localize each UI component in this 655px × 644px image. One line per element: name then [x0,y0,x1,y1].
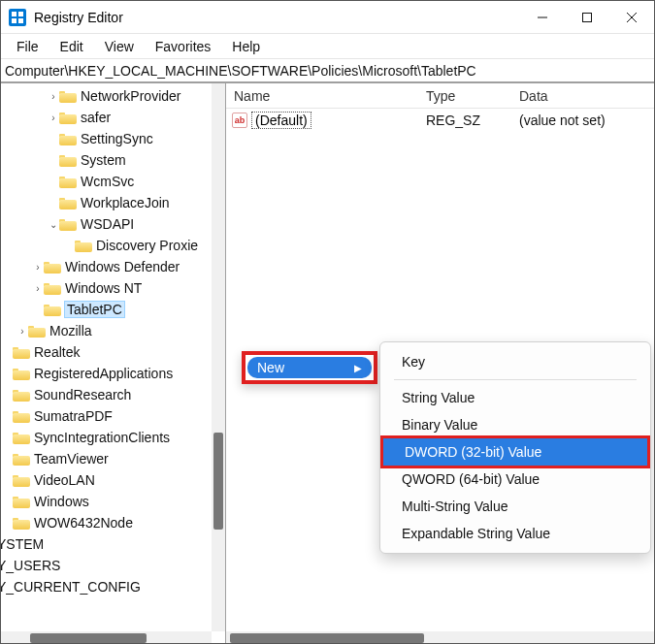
menubar: File Edit View Favorites Help [1,34,654,59]
tree-node-label: WSDAPI [81,216,134,232]
tree-vscrollbar[interactable] [212,83,225,631]
tree-node-label: SumatraPDF [34,408,113,424]
tree-node[interactable]: TeamViewer [1,448,225,469]
submenu-string[interactable]: String Value [380,384,650,411]
tree-node[interactable]: SettingSync [1,128,225,149]
tree-node-label: SyncIntegrationClients [34,430,170,445]
submenu-binary[interactable]: Binary Value [380,411,650,438]
tree-node-label: TabletPC [67,302,122,317]
tree-node[interactable]: WOW6432Node [1,512,225,533]
submenu-key[interactable]: Key [380,348,650,375]
tree-node[interactable]: ⌄WSDAPI [1,213,225,235]
context-menu-primary: New ▶ [242,351,377,384]
tree-node-label: WcmSvc [81,174,134,189]
tree-node-label: System [81,152,126,168]
folder-icon [59,132,77,145]
minimize-button[interactable] [520,1,565,34]
tree-node-label: RegisteredApplications [34,366,173,381]
tree-node[interactable]: VideoLAN [1,469,225,491]
chevron-right-icon[interactable]: › [48,91,59,102]
value-name: (Default) [251,112,311,129]
folder-icon [44,303,61,316]
value-row[interactable]: ab (Default) REG_SZ (value not set) [226,109,654,132]
tree-node[interactable]: ›Mozilla [1,320,225,341]
tree-node-label: WOW6432Node [34,515,133,531]
column-type[interactable]: Type [418,88,511,104]
tree-node[interactable]: RegisteredApplications [1,363,225,384]
folder-icon [75,239,92,252]
menu-view[interactable]: View [95,37,144,56]
submenu-expandstring[interactable]: Expandable String Value [380,520,650,547]
folder-icon [13,345,30,359]
submenu-qword[interactable]: QWORD (64-bit) Value [380,466,650,493]
tree-node[interactable]: TabletPC [1,299,225,320]
menu-favorites[interactable]: Favorites [146,37,221,56]
tree-node-label: WorkplaceJoin [81,195,170,210]
tree-hscrollbar[interactable] [1,631,212,644]
list-hscrollbar[interactable] [226,631,654,644]
tree-node[interactable]: SoundResearch [1,384,225,405]
svg-rect-5 [583,13,592,21]
chevron-right-icon[interactable]: › [16,326,28,337]
tree-node-label: Windows NT [65,280,142,296]
value-type: REG_SZ [418,113,511,128]
folder-icon [13,473,30,487]
submenu-dword[interactable]: DWORD (32-bit) Value [380,435,650,468]
chevron-right-icon[interactable]: › [48,113,59,123]
folder-icon [59,89,77,103]
folder-icon [44,260,61,274]
tree-node[interactable]: SumatraPDF [1,405,225,427]
tree-node[interactable]: YSTEM [1,533,225,555]
tree-node[interactable]: WcmSvc [1,171,225,192]
folder-icon [13,431,30,444]
folder-icon [59,196,77,209]
submenu-arrow-icon: ▶ [354,363,362,373]
tree-node[interactable]: Y_CURRENT_CONFIG [1,576,225,597]
tree-node[interactable]: WorkplaceJoin [1,192,225,213]
folder-icon [13,388,30,402]
tree-node-label: Y_CURRENT_CONFIG [1,579,141,595]
tree-node[interactable]: Realtek [1,341,225,363]
tree-node[interactable]: SyncIntegrationClients [1,427,225,448]
folder-icon [59,217,77,231]
tree-node[interactable]: Windows [1,491,225,512]
column-name[interactable]: Name [226,88,418,104]
tree-node-label: TeamViewer [34,451,109,467]
folder-icon [59,111,77,124]
tree-node-label: Windows Defender [65,259,180,274]
svg-rect-0 [12,12,16,16]
tree-node[interactable]: ›safer [1,107,225,128]
submenu-multistring[interactable]: Multi-String Value [380,493,650,520]
address-text: Computer\HKEY_LOCAL_MACHINE\SOFTWARE\Pol… [5,63,476,79]
tree-node-label: YSTEM [1,536,44,552]
svg-rect-1 [18,12,23,16]
context-new-item[interactable]: New ▶ [247,357,372,378]
menu-edit[interactable]: Edit [50,37,93,56]
tree-node-label: Realtek [34,344,80,360]
chevron-right-icon[interactable]: › [32,262,44,273]
address-bar[interactable]: Computer\HKEY_LOCAL_MACHINE\SOFTWARE\Pol… [1,59,654,82]
folder-icon [13,495,30,508]
chevron-right-icon[interactable]: › [32,283,44,294]
tree-node-label: safer [81,110,111,125]
tree-node-label: Y_USERS [1,558,60,573]
string-value-icon: ab [232,113,247,128]
tree-node[interactable]: Discovery Proxie [1,235,225,256]
maximize-button[interactable] [565,1,609,34]
tree-node-label: Discovery Proxie [96,238,198,253]
tree-node[interactable]: ›NetworkProvider [1,85,225,107]
submenu-separator [394,379,637,380]
chevron-down-icon[interactable]: ⌄ [48,219,59,230]
folder-icon [44,281,61,295]
tree-node-label: SettingSync [81,131,153,146]
value-data: (value not set) [511,113,606,128]
column-data[interactable]: Data [511,88,654,104]
tree-node[interactable]: ›Windows Defender [1,256,225,277]
tree-node[interactable]: Y_USERS [1,555,225,576]
list-header: Name Type Data [226,83,654,109]
tree-node[interactable]: System [1,149,225,171]
menu-file[interactable]: File [7,37,49,56]
menu-help[interactable]: Help [222,37,270,56]
tree-node[interactable]: ›Windows NT [1,277,225,299]
close-button[interactable] [609,1,654,34]
